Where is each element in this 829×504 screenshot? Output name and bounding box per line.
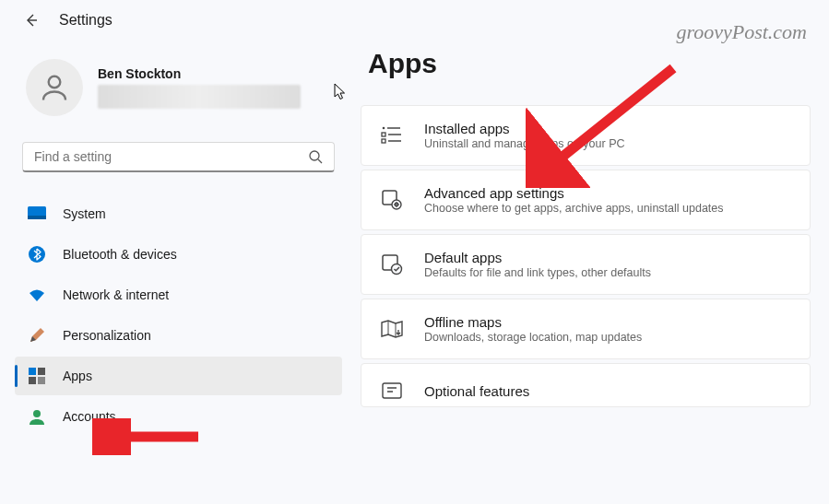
nav-label: Personalization	[63, 328, 151, 343]
card-default-apps[interactable]: Default apps Defaults for file and link …	[361, 234, 811, 295]
system-icon	[28, 205, 46, 223]
card-desc: Downloads, storage location, map updates	[424, 331, 791, 344]
sidebar-item-accounts[interactable]: Accounts	[15, 397, 342, 436]
optional-features-icon	[380, 379, 404, 403]
apps-icon	[28, 367, 46, 385]
card-optional-features[interactable]: Optional features	[361, 363, 811, 407]
personalization-icon	[28, 326, 46, 345]
nav-label: System	[63, 206, 106, 221]
default-apps-icon	[380, 252, 404, 276]
sidebar-item-bluetooth[interactable]: Bluetooth & devices	[15, 235, 342, 274]
bluetooth-icon	[28, 245, 46, 264]
card-desc: Defaults for file and link types, other …	[424, 266, 791, 279]
avatar	[26, 59, 83, 116]
svg-point-17	[392, 264, 402, 275]
svg-point-9	[33, 410, 41, 417]
svg-rect-8	[38, 377, 45, 384]
sidebar-item-network[interactable]: Network & internet	[15, 275, 342, 314]
watermark: groovyPost.com	[676, 20, 807, 44]
main-content: Apps Installed apps Uninstall and manage…	[361, 41, 814, 436]
card-title: Installed apps	[424, 121, 791, 136]
profile[interactable]: Ben Stockton	[15, 55, 342, 135]
card-advanced-app-settings[interactable]: Advanced app settings Choose where to ge…	[361, 170, 811, 230]
sidebar-item-apps[interactable]: Apps	[15, 357, 342, 395]
card-desc: Uninstall and manage apps on your PC	[424, 137, 791, 150]
network-icon	[28, 286, 46, 304]
svg-point-1	[310, 151, 319, 160]
installed-apps-icon	[380, 123, 404, 147]
nav-label: Network & internet	[63, 287, 169, 302]
svg-rect-11	[382, 133, 385, 136]
svg-rect-18	[383, 383, 401, 398]
sidebar-item-system[interactable]: System	[15, 194, 342, 233]
card-title: Optional features	[424, 383, 791, 399]
svg-rect-12	[382, 139, 385, 143]
offline-maps-icon	[380, 317, 404, 341]
card-offline-maps[interactable]: Offline maps Downloads, storage location…	[361, 299, 811, 359]
card-title: Offline maps	[424, 314, 791, 330]
search-input[interactable]	[22, 142, 335, 172]
search-icon	[308, 149, 323, 164]
nav-label: Accounts	[63, 409, 116, 424]
svg-point-0	[49, 76, 61, 88]
profile-email-redacted	[98, 85, 301, 109]
svg-rect-6	[38, 368, 45, 375]
svg-rect-7	[29, 377, 36, 384]
sidebar-item-personalization[interactable]: Personalization	[15, 316, 342, 355]
search-field[interactable]	[34, 149, 308, 164]
nav-label: Bluetooth & devices	[63, 247, 177, 262]
back-button[interactable]	[22, 11, 41, 29]
svg-rect-5	[29, 368, 36, 375]
accounts-icon	[28, 407, 46, 426]
card-title: Advanced app settings	[424, 185, 791, 201]
card-title: Default apps	[424, 250, 791, 265]
svg-point-10	[383, 127, 385, 130]
page-title: Apps	[361, 48, 811, 79]
nav-list: System Bluetooth & devices Network & int…	[15, 194, 342, 436]
svg-rect-3	[28, 216, 46, 219]
card-desc: Choose where to get apps, archive apps, …	[424, 202, 791, 215]
advanced-settings-icon	[380, 188, 404, 212]
nav-label: Apps	[63, 369, 92, 383]
header-title: Settings	[59, 12, 113, 29]
card-installed-apps[interactable]: Installed apps Uninstall and manage apps…	[361, 105, 811, 166]
profile-name: Ben Stockton	[98, 66, 331, 81]
sidebar: Ben Stockton System	[15, 41, 342, 436]
